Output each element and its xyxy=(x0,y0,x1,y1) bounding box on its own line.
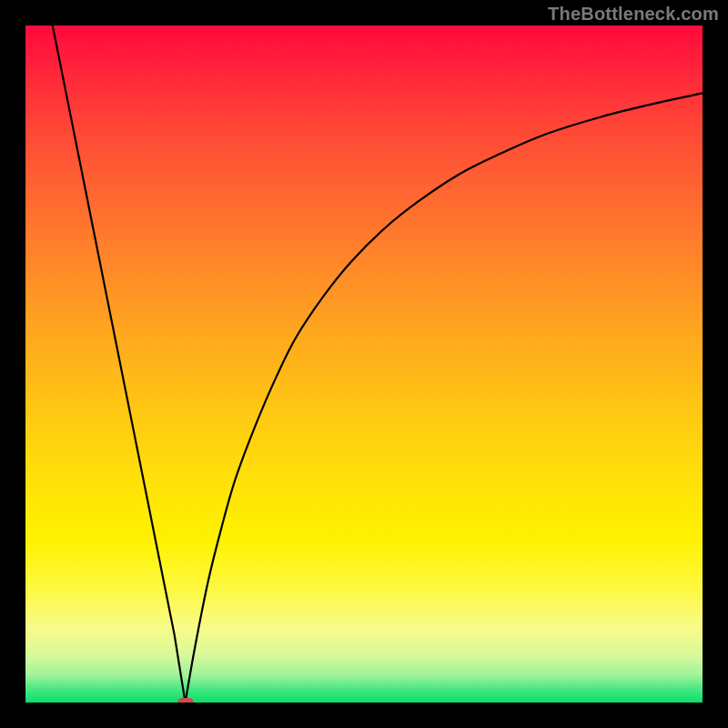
watermark-text: TheBottleneck.com xyxy=(548,4,719,25)
curve-right-branch xyxy=(186,93,703,703)
chart-frame: TheBottleneck.com xyxy=(0,0,728,728)
minimum-marker xyxy=(177,698,194,703)
bottleneck-curve xyxy=(25,25,703,703)
plot-area xyxy=(25,25,703,703)
curve-left-branch xyxy=(53,25,186,703)
